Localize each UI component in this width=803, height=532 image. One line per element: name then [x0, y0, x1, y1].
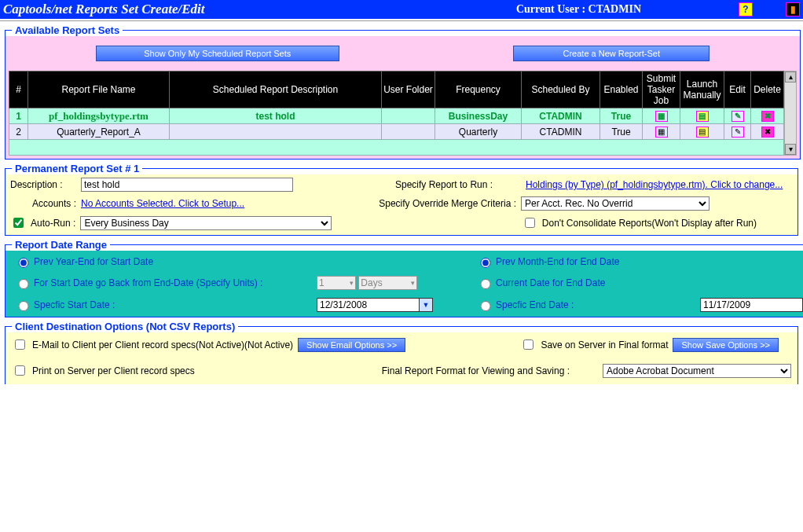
exit-icon[interactable]: ▮: [786, 2, 800, 17]
current-end-label: Current Date for End Date: [496, 277, 700, 288]
final-format-select[interactable]: Adobe Acrobat Document: [603, 364, 791, 378]
prev-year-start-radio[interactable]: [16, 258, 31, 268]
specific-start-date-picker[interactable]: ▼: [317, 298, 474, 312]
cell-enabled: True: [600, 124, 643, 140]
col-launch: Launch Manually: [680, 72, 724, 108]
save-on-server-checkbox[interactable]: [523, 339, 534, 350]
save-on-server-label: Save on Server in Final format: [541, 339, 668, 350]
accounts-link[interactable]: No Accounts Selected. Click to Setup...: [81, 198, 244, 209]
app-title: Captools/net Reports Set Create/Edit: [3, 2, 204, 17]
cell-desc: [170, 124, 382, 140]
date-range-legend: Report Date Range: [12, 239, 110, 251]
description-label: Description :: [10, 179, 76, 190]
help-icon[interactable]: ?: [739, 2, 753, 17]
cell-enabled: True: [600, 108, 643, 124]
override-label: Specify Override Merge Criteria :: [359, 198, 516, 209]
current-user-label: Current User : CTADMIN: [516, 3, 641, 16]
grid-scrollbar[interactable]: ▴ ▾: [784, 71, 797, 156]
edit-icon[interactable]: ✎: [732, 111, 744, 122]
cell-file: pf_holdingsbytype.rtm: [28, 108, 170, 124]
specific-start-label: Specfic Start Date :: [34, 299, 317, 310]
specific-start-radio[interactable]: [16, 301, 31, 311]
show-save-options-button[interactable]: Show Save Options >>: [673, 338, 779, 352]
launch-manually-icon[interactable]: ▤: [696, 111, 709, 122]
cell-scheduled-by: CTADMIN: [522, 124, 600, 140]
permanent-report-set-section: Permanent Report Set # 1 Description : S…: [5, 163, 798, 236]
delete-icon[interactable]: ✖: [761, 111, 774, 122]
available-legend: Available Report Sets: [12, 24, 123, 36]
prev-month-end-radio[interactable]: [478, 258, 493, 268]
col-user-folder: User Folder: [382, 72, 435, 108]
report-sets-table: # Report File Name Scheduled Report Desc…: [9, 71, 784, 156]
col-delete: Delete: [751, 72, 784, 108]
report-date-range-section: Report Date Range Prev Year-End for Star…: [5, 239, 803, 317]
permanent-legend: Permanent Report Set # 1: [12, 163, 142, 174]
launch-manually-icon[interactable]: ▤: [696, 127, 709, 138]
create-report-set-button[interactable]: Create a New Report-Set: [513, 46, 710, 61]
specific-end-date-picker[interactable]: ▼: [700, 298, 803, 312]
specific-end-date-input[interactable]: [700, 298, 802, 312]
description-input[interactable]: [81, 178, 293, 192]
col-scheduled-by: Scheduled By: [522, 72, 600, 108]
submit-tasker-icon[interactable]: ▦: [655, 127, 668, 138]
dont-consolidate-label: Don't Consolidate Reports(Won't Display …: [542, 218, 757, 229]
auto-run-checkbox[interactable]: [13, 218, 24, 228]
client-destination-legend: Client Destination Options (Not CSV Repo…: [12, 321, 238, 332]
dont-consolidate-checkbox[interactable]: [525, 218, 535, 228]
grid-empty-area: [9, 140, 784, 156]
title-bar: Captools/net Reports Set Create/Edit Cur…: [0, 0, 803, 19]
cell-num: 2: [9, 124, 28, 140]
edit-icon[interactable]: ✎: [732, 127, 744, 138]
cell-user-folder: [382, 124, 435, 140]
col-frequency: Frequency: [435, 72, 522, 108]
table-header-row: # Report File Name Scheduled Report Desc…: [9, 72, 784, 108]
chevron-down-icon[interactable]: ▼: [419, 298, 433, 312]
scroll-down-icon[interactable]: ▾: [785, 144, 796, 155]
submit-tasker-icon[interactable]: ▦: [655, 111, 668, 122]
back-num-select[interactable]: 1▾: [317, 276, 356, 290]
specify-report-link[interactable]: Holdings (by Type) (pf_holdingsbytype.rt…: [526, 179, 793, 190]
specific-end-radio[interactable]: [478, 301, 493, 311]
cell-file: Quarterly_Report_A: [28, 124, 170, 140]
col-edit: Edit: [724, 72, 751, 108]
auto-run-select[interactable]: Every Business Day: [80, 216, 332, 230]
specify-report-label: Specify Report to Run :: [395, 179, 521, 190]
table-row[interactable]: 1 pf_holdingsbytype.rtm test hold Busine…: [9, 108, 784, 124]
table-row[interactable]: 2 Quarterly_Report_A Quarterly CTADMIN T…: [9, 124, 784, 140]
specific-start-date-input[interactable]: [317, 298, 419, 312]
back-unit-select[interactable]: Days▾: [358, 276, 417, 290]
delete-icon[interactable]: ✖: [761, 127, 774, 138]
cell-desc: test hold: [170, 108, 382, 124]
back-from-end-label: For Start Date go Back from End-Date (Sp…: [34, 277, 317, 288]
final-format-label: Final Report Format for Viewing and Savi…: [382, 365, 570, 376]
col-num: #: [9, 72, 28, 108]
print-on-server-label: Print on Server per Client record specs: [32, 365, 315, 376]
client-destination-section: Client Destination Options (Not CSV Repo…: [5, 321, 798, 384]
accounts-label: Accounts :: [10, 198, 76, 209]
print-on-server-checkbox[interactable]: [15, 365, 25, 376]
prev-year-start-label: Prev Year-End for Start Date: [34, 256, 317, 267]
specific-end-label: Specfic End Date :: [496, 299, 700, 310]
col-enabled: Enabled: [600, 72, 643, 108]
cell-num: 1: [9, 108, 28, 124]
scroll-up-icon[interactable]: ▴: [785, 72, 796, 83]
auto-run-label: Auto-Run :: [31, 218, 75, 229]
col-submit: Submit Tasker Job: [643, 72, 680, 108]
col-desc: Scheduled Report Description: [170, 72, 382, 108]
cell-frequency: Quarterly: [435, 124, 522, 140]
show-email-options-button[interactable]: Show Email Options >>: [298, 338, 405, 352]
current-end-radio[interactable]: [478, 279, 493, 289]
email-to-client-checkbox[interactable]: [15, 339, 25, 350]
cell-scheduled-by: CTADMIN: [522, 108, 600, 124]
available-report-sets-section: Available Report Sets Show Only My Sched…: [5, 24, 801, 160]
col-file: Report File Name: [28, 72, 170, 108]
email-to-client-label: E-Mail to Client per Client record specs…: [32, 339, 293, 350]
cell-frequency: BusinessDay: [435, 108, 522, 124]
override-merge-select[interactable]: Per Acct. Rec. No Overrid: [521, 196, 710, 211]
show-only-mine-button[interactable]: Show Only My Scheduled Report Sets: [96, 46, 339, 61]
back-from-end-radio[interactable]: [16, 279, 31, 289]
cell-user-folder: [382, 108, 435, 124]
prev-month-end-label: Prev Month-End for End Date: [496, 256, 700, 267]
